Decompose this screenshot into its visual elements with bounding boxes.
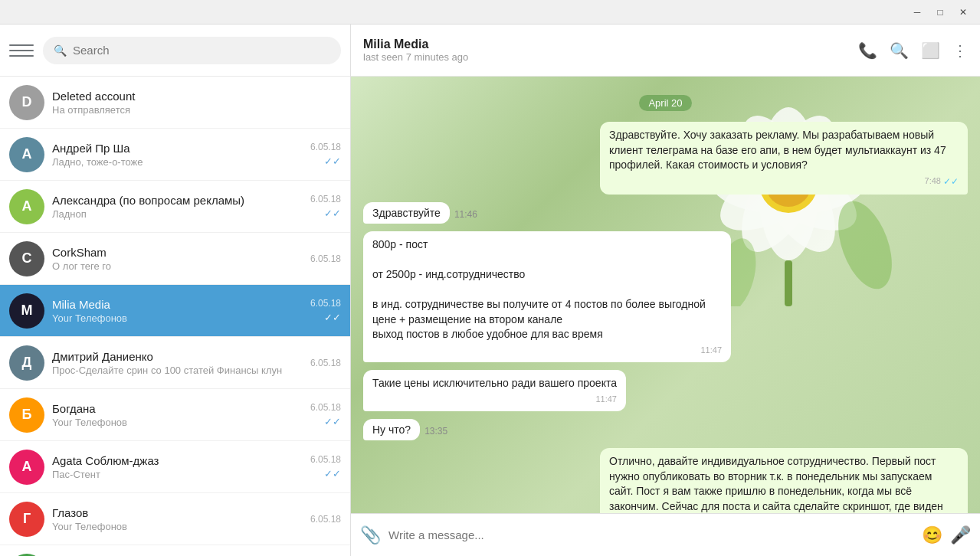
search-input[interactable] <box>73 44 330 57</box>
message-time: 13:35 <box>424 426 447 437</box>
chat-header-status: last seen 7 minutes ago <box>363 51 849 63</box>
message-input[interactable] <box>388 528 914 541</box>
chat-name: Дмитрий Даниенко <box>52 350 303 363</box>
chat-name: Milia Media <box>52 298 303 311</box>
mic-icon[interactable]: 🎤 <box>950 525 971 545</box>
close-button[interactable]: ✕ <box>952 5 974 20</box>
chat-meta: 6.05.18✓✓ <box>310 298 341 323</box>
message-time: 11:47 <box>372 394 617 405</box>
chat-name: Богдана <box>52 402 303 415</box>
chat-meta: 6.05.18 <box>310 358 341 368</box>
chat-name: CorkSham <box>52 246 303 259</box>
chat-date: 6.05.18 <box>310 253 341 264</box>
date-badge: April 20 <box>639 95 691 111</box>
call-icon[interactable]: 📞 <box>858 41 877 60</box>
avatar: M <box>9 293 44 329</box>
chat-area: Milia Media last seen 7 minutes ago 📞 🔍 … <box>351 25 980 556</box>
message-text: 800р - пост от 2500р - инд.сотрудничеств… <box>372 237 722 342</box>
chat-meta: 6.05.18✓✓ <box>310 454 341 479</box>
avatar: А <box>9 189 44 224</box>
chat-info: БогданаYour Телефонов <box>52 402 303 428</box>
double-check-icon: ✓✓ <box>324 208 341 219</box>
chat-info: Дмитрий ДаниенкоПрос-Сделайте срин со 10… <box>52 350 303 376</box>
chat-list-item[interactable]: ББогданаYour Телефонов6.05.18✓✓ <box>0 389 350 441</box>
chat-name: Андрей Пр Ша <box>52 142 303 155</box>
chat-preview: Прос-Сделайте срин со 100 статей Финансы… <box>52 365 303 376</box>
search-chat-icon[interactable]: 🔍 <box>890 41 909 60</box>
message-row: Отлично, давайте индивидуальное сотрудни… <box>363 448 968 513</box>
chat-preview: Your Телефонов <box>52 521 303 532</box>
message-row: 800р - пост от 2500р - инд.сотрудничеств… <box>363 231 968 363</box>
chat-info: ГлазовYour Телефонов <box>52 506 303 532</box>
chat-header: Milia Media last seen 7 minutes ago 📞 🔍 … <box>351 25 980 77</box>
chat-list-item[interactable]: AAgata Соблюм-джазПас-Стент6.05.18✓✓ <box>0 441 350 493</box>
chat-name: Глазов <box>52 506 303 519</box>
message-bubble: Такие цены исключительно ради вашего про… <box>363 370 626 411</box>
chat-date: 6.05.18 <box>310 358 341 368</box>
avatar: В <box>9 554 44 557</box>
chat-list-item[interactable]: CCorkShamО лог теге го6.05.18 <box>0 233 350 285</box>
chat-date: 6.05.18 <box>310 454 341 465</box>
message-bubble: Здравствуйте. Хочу заказать рекламу. Мы … <box>600 122 968 195</box>
chat-info: Agata Соблюм-джазПас-Стент <box>52 454 303 480</box>
chat-meta: 6.05.18✓✓ <box>310 142 341 167</box>
avatar: C <box>9 241 44 276</box>
more-icon[interactable]: ⋮ <box>952 41 968 60</box>
chat-preview: Ладно, тоже-о-тоже <box>52 156 303 168</box>
double-check-icon: ✓✓ <box>324 468 341 479</box>
sidebar: 🔍 DDeleted accountНа отправляетсяААндрей… <box>0 25 351 556</box>
chat-list-item[interactable]: MMilia MediaYour Телефонов6.05.18✓✓ <box>0 285 350 337</box>
message-bubble: Ну что? <box>363 419 420 440</box>
chat-date: 6.05.18 <box>310 142 341 152</box>
chat-list-item[interactable]: ДДмитрий ДаниенкоПрос-Сделайте срин со 1… <box>0 337 350 389</box>
chat-preview: Ладноп <box>52 208 303 220</box>
chat-list-item[interactable]: ВВмротYour Телеф-дела6.05.18 <box>0 545 350 556</box>
chat-preview: Your Телефонов <box>52 312 303 324</box>
chat-list-item[interactable]: ААлександра (по вопросам рекламы)Ладноп6… <box>0 181 350 233</box>
chat-info: Александра (по вопросам рекламы)Ладноп <box>52 194 303 220</box>
chat-date: 6.05.18 <box>310 194 341 204</box>
maximize-button[interactable]: □ <box>929 5 951 20</box>
chat-list-item[interactable]: ГГлазовYour Телефонов6.05.18 <box>0 493 350 545</box>
chat-meta: 6.05.18 <box>310 253 341 264</box>
message-row: Здравствуйте11:46 <box>363 202 968 224</box>
chat-name: Agata Соблюм-джаз <box>52 454 303 467</box>
chat-preview: О лог теге го <box>52 260 303 272</box>
avatar: D <box>9 85 44 120</box>
chat-list: DDeleted accountНа отправляетсяААндрей П… <box>0 77 350 556</box>
search-box[interactable]: 🔍 <box>43 37 341 64</box>
search-icon: 🔍 <box>54 44 67 57</box>
date-divider: April 20 <box>363 95 968 111</box>
chat-meta: 6.05.18✓✓ <box>310 402 341 427</box>
message-row: Здравствуйте. Хочу заказать рекламу. Мы … <box>363 122 968 195</box>
chat-list-item[interactable]: DDeleted accountНа отправляется <box>0 77 350 129</box>
avatar: Б <box>9 397 44 433</box>
message-bubble: Здравствуйте <box>363 202 450 224</box>
emoji-icon[interactable]: 😊 <box>922 525 942 545</box>
menu-icon[interactable] <box>9 38 34 63</box>
minimize-button[interactable]: ─ <box>906 5 928 20</box>
message-text: Такие цены исключительно ради вашего про… <box>372 376 617 391</box>
message-time: 11:46 <box>454 209 477 220</box>
chat-info: Deleted accountНа отправляется <box>52 90 333 116</box>
chat-preview: Пас-Стент <box>52 469 303 480</box>
message-time: 11:47 <box>372 345 722 356</box>
chat-meta: 6.05.18✓✓ <box>310 194 341 219</box>
avatar: A <box>9 450 44 485</box>
chat-name: Deleted account <box>52 90 333 103</box>
title-bar: ─ □ ✕ <box>0 0 980 25</box>
message-text: Здравствуйте. Хочу заказать рекламу. Мы … <box>609 128 959 173</box>
chat-info: Milia MediaYour Телефонов <box>52 298 303 324</box>
chat-preview: На отправляется <box>52 104 333 116</box>
chat-preview: Your Телефонов <box>52 417 303 428</box>
message-text: Отлично, давайте индивидуальное сотрудни… <box>609 454 959 513</box>
double-check-icon: ✓✓ <box>324 416 341 427</box>
message-bubble: 800р - пост от 2500р - инд.сотрудничеств… <box>363 231 731 363</box>
attach-icon[interactable]: 📎 <box>360 525 381 545</box>
chat-header-actions: 📞 🔍 ⬜ ⋮ <box>858 41 968 60</box>
message-time: 7:48✓✓ <box>609 175 959 188</box>
chat-info: CorkShamО лог теге го <box>52 246 303 272</box>
columns-icon[interactable]: ⬜ <box>921 41 940 60</box>
message-row: Ну что?13:35 <box>363 419 968 440</box>
chat-list-item[interactable]: ААндрей Пр ШаЛадно, тоже-о-тоже6.05.18✓✓ <box>0 129 350 181</box>
